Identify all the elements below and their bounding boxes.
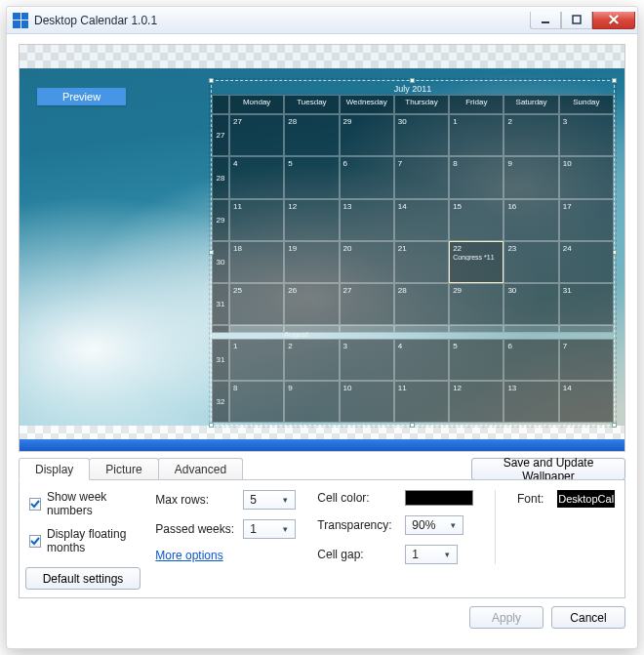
calendar-cell[interactable]: 3 [340, 339, 394, 381]
resize-handle[interactable] [209, 423, 214, 428]
calendar-cell[interactable]: 23 [503, 241, 558, 283]
calendar-cell[interactable]: 27 [229, 114, 284, 156]
calendar-cell[interactable]: 9 [503, 156, 558, 198]
calendar-cell[interactable]: 30 [503, 283, 558, 325]
calendar-cell[interactable]: 7 [394, 156, 449, 198]
calendar-cell[interactable]: 4 [394, 339, 449, 381]
calendar-cell[interactable]: 27 [340, 283, 394, 325]
select-transparency[interactable]: 90% ▾ [405, 515, 463, 535]
calendar-cell[interactable]: 8 [229, 381, 284, 423]
resize-handle[interactable] [612, 78, 617, 83]
calendar-event: Congress *11 [453, 254, 500, 261]
calendar-day-number: 18 [233, 244, 242, 253]
maximize-button[interactable] [561, 12, 592, 29]
calendar-day-number: 11 [233, 202, 242, 211]
calendar-cell[interactable]: 25 [229, 283, 284, 325]
calendar-cell[interactable]: 14 [394, 199, 449, 241]
select-cell-gap[interactable]: 1 ▾ [405, 545, 458, 564]
calendar-cell[interactable]: 19 [284, 241, 339, 283]
calendar-cell[interactable]: 20 [340, 241, 394, 283]
calendar-weekday: Friday [449, 95, 503, 114]
tab-display[interactable]: Display [19, 458, 90, 480]
tab-picture[interactable]: Picture [89, 458, 158, 480]
tab-advanced[interactable]: Advanced [158, 458, 243, 480]
checkbox-show-week-numbers[interactable]: Show week numbers [29, 490, 134, 517]
default-settings-button[interactable]: Default settings [25, 567, 141, 590]
calendar-day-number: 10 [563, 159, 572, 168]
calendar-cell[interactable]: 10 [559, 156, 614, 198]
calendar-cell[interactable]: 21 [394, 241, 449, 283]
calendar-day-number: 13 [507, 384, 516, 392]
calendar-cell[interactable]: 2 [284, 339, 339, 381]
cancel-button[interactable]: Cancel [551, 606, 625, 629]
calendar-cell[interactable]: 11 [394, 381, 449, 423]
calendar-cell[interactable]: 8 [449, 156, 503, 198]
calendar-cell[interactable]: 18 [229, 241, 284, 283]
calendar-cell[interactable]: 22Congress *11 [449, 241, 503, 283]
calendar-cell[interactable]: 12 [449, 381, 503, 423]
link-more-options[interactable]: More options [155, 549, 222, 562]
calendar-cell[interactable]: 2 [503, 114, 558, 156]
resize-handle[interactable] [612, 423, 617, 428]
calendar-week-number: 32 [212, 381, 229, 423]
select-passed-weeks[interactable]: 1 ▾ [243, 519, 296, 539]
calendar-cell[interactable]: 6 [340, 156, 394, 198]
calendar-day-number: 14 [563, 384, 572, 392]
chevron-down-icon: ▾ [279, 495, 291, 505]
calendar-day-number: 27 [233, 117, 242, 126]
calendar-day-number: 3 [343, 342, 347, 350]
calendar-cell[interactable]: 6 [503, 339, 558, 381]
apply-button[interactable]: Apply [469, 606, 543, 629]
save-update-wallpaper-button[interactable]: Save and Update Wallpaper [471, 458, 625, 480]
calendar-cell[interactable]: 28 [284, 114, 339, 156]
calendar-cell[interactable]: 29 [340, 114, 394, 156]
calendar-cell[interactable]: 31 [559, 283, 614, 325]
calendar-cell[interactable]: 9 [284, 381, 339, 423]
calendar-cell[interactable]: 29 [449, 283, 503, 325]
wallpaper-preview[interactable]: Preview July 2011 MondayTuesdayWednesday… [19, 44, 625, 452]
select-max-rows[interactable]: 5 ▾ [243, 490, 296, 510]
calendar-day-number: 2 [507, 117, 511, 126]
calendar-cell[interactable]: 13 [503, 381, 558, 423]
calendar-cell[interactable]: 4 [229, 156, 284, 198]
calendar-cell[interactable]: 7 [559, 339, 614, 381]
calendar-day-number: 24 [563, 244, 572, 253]
calendar-day-number: 28 [398, 286, 407, 295]
minimize-button[interactable] [530, 12, 561, 29]
resize-handle[interactable] [209, 250, 214, 255]
calendar-day-number: 17 [563, 202, 572, 211]
calendar-cell[interactable]: 13 [340, 199, 394, 241]
resize-handle[interactable] [410, 78, 415, 83]
close-button[interactable] [592, 12, 635, 29]
calendar-weekday: Thursday [394, 95, 449, 114]
calendar-weekday: Monday [229, 95, 284, 114]
calendar-overlay[interactable]: July 2011 MondayTuesdayWednesdayThursday… [211, 80, 615, 426]
checkbox-display-floating-months[interactable]: Display floating months [29, 527, 134, 554]
resize-handle[interactable] [209, 78, 214, 83]
calendar-cell[interactable]: 11 [229, 199, 284, 241]
calendar-cell[interactable]: 1 [229, 339, 284, 381]
select-value: 90% [412, 518, 435, 532]
titlebar[interactable]: Desktop Calendar 1.0.1 [7, 7, 637, 34]
calendar-cell[interactable]: 24 [559, 241, 614, 283]
calendar-cell[interactable]: 30 [394, 114, 449, 156]
color-swatch-cell[interactable] [405, 490, 473, 506]
calendar-cell[interactable]: 26 [284, 283, 339, 325]
font-picker[interactable]: DesktopCal [557, 490, 615, 508]
calendar-cell[interactable]: 28 [394, 283, 449, 325]
calendar-cell[interactable]: 14 [559, 381, 614, 423]
calendar-cell[interactable]: 5 [449, 339, 503, 381]
calendar-day-number: 5 [453, 342, 457, 350]
calendar-cell[interactable]: 15 [449, 199, 503, 241]
calendar-cell[interactable]: 5 [284, 156, 339, 198]
resize-handle[interactable] [410, 423, 415, 428]
calendar-day-number: 8 [453, 159, 457, 168]
calendar-cell[interactable]: 16 [503, 199, 558, 241]
calendar-cell[interactable]: 3 [559, 114, 614, 156]
calendar-cell[interactable]: 12 [284, 199, 339, 241]
calendar-cell[interactable]: 17 [559, 199, 614, 241]
calendar-cell[interactable]: 10 [340, 381, 394, 423]
label-transparency: Transparency: [317, 518, 397, 532]
calendar-day-number: 2 [288, 342, 292, 350]
calendar-cell[interactable]: 1 [449, 114, 503, 156]
